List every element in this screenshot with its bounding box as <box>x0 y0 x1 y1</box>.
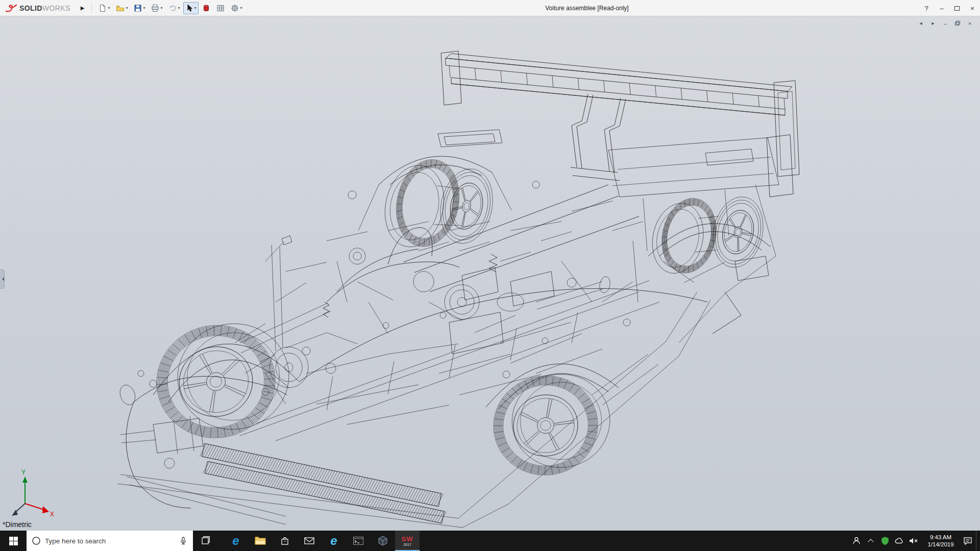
next-document-icon[interactable]: ▸ <box>929 19 937 27</box>
print-button[interactable]: ▾ <box>149 2 165 14</box>
undo-button[interactable]: ▾ <box>166 2 182 14</box>
windows-taskbar: e e <box>0 531 980 551</box>
panel-arrow-icon <box>0 277 4 281</box>
save-button[interactable]: ▾ <box>131 2 148 14</box>
chevron-up-icon <box>868 539 873 544</box>
people-icon <box>851 536 862 546</box>
sw-letters: SW <box>402 536 413 542</box>
document-restore-icon[interactable] <box>953 19 962 27</box>
taskbar-app-command-prompt[interactable] <box>346 531 371 551</box>
clock-time: 9:43 AM <box>930 534 951 540</box>
window-controls: ? – × <box>919 0 980 16</box>
windows-logo-icon <box>9 537 18 545</box>
select-cursor-icon <box>186 4 193 12</box>
open-button[interactable]: ▾ <box>113 2 130 14</box>
gear-icon <box>231 4 239 12</box>
sw-year: 2017 <box>402 543 413 546</box>
taskbar-app-internet-explorer[interactable]: e <box>322 531 346 551</box>
task-view-icon <box>200 536 210 546</box>
new-document-icon <box>99 4 107 12</box>
document-close-icon[interactable]: × <box>966 19 974 27</box>
svg-text:X: X <box>50 511 54 518</box>
shield-icon <box>880 536 890 545</box>
undo-icon <box>168 4 177 12</box>
wireframe-car-model: XY <box>0 16 980 531</box>
cad-viewer-cube-icon <box>377 535 388 546</box>
clock-date: 1/14/2019 <box>927 541 953 547</box>
save-floppy-icon <box>134 4 142 12</box>
internet-explorer-icon: e <box>330 535 337 547</box>
solidworks-2017-icon: SW 2017 <box>402 536 413 546</box>
restore-icon <box>955 21 960 26</box>
close-button[interactable]: × <box>965 0 980 16</box>
view-orientation-label: *Dimetric <box>3 520 32 529</box>
cortana-circle-icon <box>32 536 41 545</box>
svg-text:Y: Y <box>21 469 26 476</box>
taskbar-app-edrawings[interactable] <box>371 531 395 551</box>
undo-caret-icon[interactable]: ▾ <box>178 6 180 10</box>
system-tray: 9:43 AM 1/14/2019 <box>850 531 980 551</box>
print-icon <box>151 4 159 12</box>
print-caret-icon[interactable]: ▾ <box>160 6 162 10</box>
dassault-systemes-icon <box>5 4 17 13</box>
select-tool-caret-icon[interactable]: ▾ <box>194 6 196 10</box>
quick-access-toolbar: ▾ ▾ ▾ ▾ <box>96 2 244 14</box>
taskbar-app-edge[interactable]: e <box>224 531 248 551</box>
command-prompt-icon <box>353 536 364 545</box>
taskbar-app-store[interactable] <box>273 531 297 551</box>
minimize-button[interactable]: – <box>934 0 949 16</box>
show-desktop-button[interactable] <box>976 531 979 551</box>
titlebar: SOLIDWORKS ▶ ▾ ▾ ▾ <box>0 0 980 16</box>
open-folder-icon <box>116 4 125 12</box>
document-minimize-icon[interactable]: – <box>941 19 949 27</box>
new-document-button[interactable]: ▾ <box>96 2 112 14</box>
maximize-button[interactable] <box>949 0 965 16</box>
options-caret-icon[interactable]: ▾ <box>240 6 242 10</box>
design-table-button[interactable] <box>214 2 227 14</box>
microphone-icon[interactable] <box>179 536 188 545</box>
featuremanager-collapsed-tab[interactable] <box>0 269 5 289</box>
volume-button[interactable] <box>908 531 920 551</box>
document-window-controls: ◂ ▸ – × <box>917 19 974 27</box>
window-title: Voiture assemblee [Read-only] <box>276 5 898 12</box>
save-caret-icon[interactable]: ▾ <box>143 6 145 10</box>
open-caret-icon[interactable]: ▾ <box>126 6 128 10</box>
onedrive-tray-button[interactable] <box>893 531 905 551</box>
action-center-button[interactable] <box>962 531 974 551</box>
options-button[interactable]: ▾ <box>228 2 244 14</box>
toolbar-separator <box>91 3 92 13</box>
tray-overflow-button[interactable] <box>865 531 877 551</box>
edge-icon: e <box>232 535 239 547</box>
solidworks-logo: SOLIDWORKS <box>0 4 70 13</box>
taskbar-search[interactable] <box>27 531 193 551</box>
design-table-icon <box>216 4 225 12</box>
task-view-button[interactable] <box>193 531 217 551</box>
brand-works: WORKS <box>42 4 70 12</box>
action-center-icon <box>963 536 973 546</box>
brand-text: SOLIDWORKS <box>19 4 70 12</box>
help-button[interactable]: ? <box>919 0 934 16</box>
previous-document-icon[interactable]: ◂ <box>917 19 925 27</box>
start-button[interactable] <box>0 531 27 551</box>
cloud-icon <box>894 537 904 545</box>
menu-expand-arrow-icon[interactable]: ▶ <box>78 3 88 13</box>
people-button[interactable] <box>850 531 863 551</box>
brand-solid: SOLID <box>19 4 42 12</box>
mail-envelope-icon <box>304 536 315 545</box>
search-input[interactable] <box>45 537 175 545</box>
select-tool-button[interactable]: ▾ <box>183 2 199 14</box>
taskbar-clock[interactable]: 9:43 AM 1/14/2019 <box>922 534 960 548</box>
appearance-button[interactable] <box>200 2 213 14</box>
taskbar-app-file-explorer[interactable] <box>248 531 273 551</box>
appearance-cylinder-icon <box>202 4 210 12</box>
taskbar-app-mail[interactable] <box>297 531 322 551</box>
taskbar-app-solidworks[interactable]: SW 2017 <box>395 531 420 551</box>
speaker-muted-icon <box>909 536 919 545</box>
new-document-caret-icon[interactable]: ▾ <box>108 6 110 10</box>
maximize-icon <box>954 6 960 11</box>
file-explorer-icon <box>254 536 266 546</box>
graphics-viewport[interactable]: XY ◂ ▸ – × *Dimetric <box>0 16 980 531</box>
security-tray-button[interactable] <box>879 531 891 551</box>
store-bag-icon <box>280 536 290 546</box>
solidworks-application: { "titlebar": { "brand": { "solid": "SOL… <box>0 0 980 551</box>
